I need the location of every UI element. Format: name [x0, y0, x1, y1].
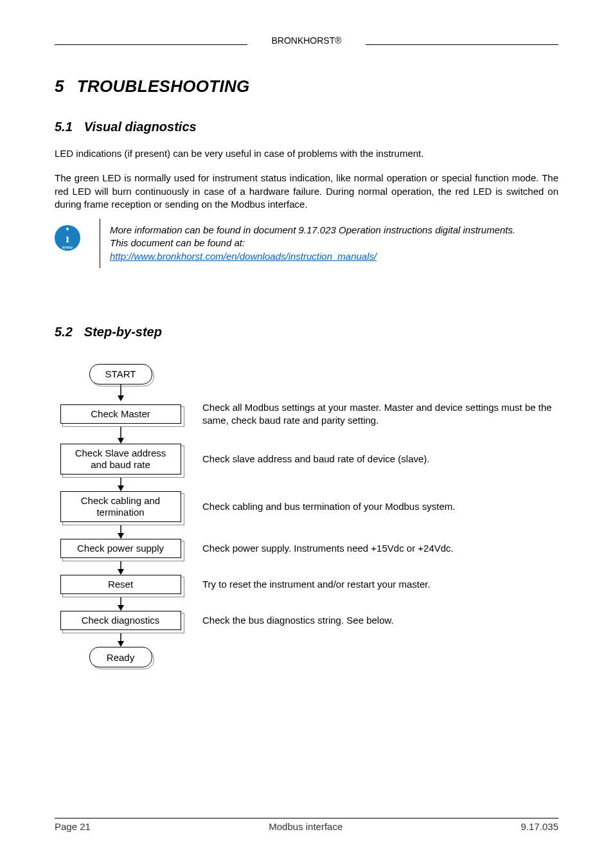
chapter-number: 5	[55, 77, 64, 96]
chapter-heading: 5 TROUBLESHOOTING	[55, 77, 558, 96]
section-5-2-heading: 5.2 Step-by-step	[55, 325, 558, 339]
flow-ready-label: Ready	[89, 647, 152, 667]
flow-step-1-label: Check Master	[60, 404, 181, 424]
section-5-1-heading: 5.1 Visual diagnostics	[55, 120, 558, 134]
info-link[interactable]: http://www.bronkhorst.com/en/downloads/i…	[110, 251, 377, 262]
footer-center: Modbus interface	[269, 821, 342, 832]
flow-step-6-label: Check diagnostics	[60, 611, 181, 630]
page-header: BRONKHORST®	[55, 35, 558, 50]
flow-start-label: START	[89, 364, 152, 384]
section-5-2-number: 5.2	[55, 325, 73, 339]
flow-step-check-slave: Check Slave address and baud rate	[60, 444, 181, 475]
flow-step-4-label: Check power supply	[60, 539, 181, 558]
footer-page: Page 21	[55, 821, 91, 832]
flow-step-2-desc: Check slave address and baud rate of dev…	[186, 453, 558, 466]
info-line-2: This document can be found at:	[110, 237, 515, 249]
flow-terminator-start: START	[89, 364, 152, 384]
flow-step-check-diagnostics: Check diagnostics	[60, 611, 181, 630]
flow-step-4-desc: Check power supply. Instruments need +15…	[186, 542, 558, 555]
flow-step-1-desc: Check all Modbus settings at your master…	[186, 401, 558, 428]
flow-step-5-desc: Try to reset the instrument and/or resta…	[186, 578, 558, 591]
info-www-icon: ● ı www	[55, 225, 80, 251]
flow-step-check-master: Check Master	[60, 404, 181, 424]
section-5-1-paragraph-1: LED indications (if present) can be very…	[55, 147, 558, 160]
svg-marker-7	[118, 533, 124, 539]
flow-arrow	[116, 384, 125, 401]
flow-step-3-label: Check cabling and termination	[60, 491, 181, 522]
svg-marker-9	[118, 569, 124, 575]
flow-step-3-desc: Check cabling and bus termination of you…	[186, 500, 558, 513]
flow-step-reset: Reset	[60, 575, 181, 594]
svg-marker-5	[118, 485, 124, 491]
flow-terminator-ready: Ready	[89, 647, 152, 667]
info-icon-label: www	[62, 245, 73, 249]
svg-marker-1	[118, 395, 124, 401]
flow-step-check-cabling: Check cabling and termination	[60, 491, 181, 522]
info-line-1: More information can be found in documen…	[110, 224, 515, 237]
flowchart: START Check Master Check all Modbus sett…	[55, 364, 558, 668]
flow-arrow	[116, 427, 125, 444]
info-callout: ● ı www More information can be found in…	[55, 219, 558, 268]
info-separator	[100, 219, 100, 268]
header-brand: BRONKHORST®	[271, 35, 341, 46]
header-rule-left	[55, 44, 247, 45]
svg-marker-13	[118, 641, 124, 647]
section-5-1-paragraph-2: The green LED is normally used for instr…	[55, 172, 558, 211]
flow-step-check-power: Check power supply	[60, 539, 181, 558]
svg-marker-3	[118, 438, 124, 444]
flow-step-2-label: Check Slave address and baud rate	[60, 444, 181, 475]
flow-step-6-desc: Check the bus diagnostics string. See be…	[186, 614, 558, 627]
flow-step-5-label: Reset	[60, 575, 181, 594]
svg-marker-11	[118, 605, 124, 611]
section-5-1-number: 5.1	[55, 120, 73, 134]
section-5-2-title: Step-by-step	[84, 325, 162, 339]
footer-code: 9.17.035	[521, 821, 558, 832]
chapter-title: TROUBLESHOOTING	[77, 77, 250, 96]
section-5-1-title: Visual diagnostics	[84, 120, 197, 134]
page-footer: Page 21 Modbus interface 9.17.035	[55, 818, 558, 832]
header-rule-right	[366, 44, 558, 45]
